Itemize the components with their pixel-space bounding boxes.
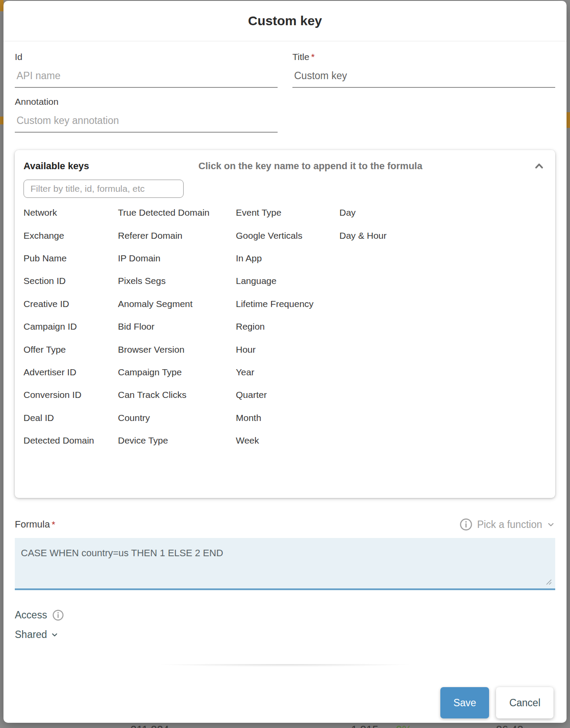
available-key[interactable]: Pixels Segs (118, 270, 236, 292)
available-key[interactable]: Google Verticals (236, 224, 339, 247)
id-input[interactable] (15, 62, 278, 88)
available-key[interactable]: Exchange (23, 224, 118, 247)
available-key[interactable]: Country (118, 407, 236, 429)
available-keys-header: Available keys Click on the key name to … (23, 160, 547, 173)
collapse-panel-button[interactable] (532, 160, 547, 173)
save-button[interactable]: Save (440, 687, 489, 718)
dialog-header: Custom key (3, 1, 567, 41)
available-key[interactable]: IP Domain (118, 247, 236, 270)
available-key[interactable]: Device Type (118, 429, 236, 452)
available-key[interactable]: Creative ID (23, 293, 118, 315)
available-key[interactable]: Anomaly Segment (118, 293, 236, 315)
required-asterisk: * (311, 52, 315, 62)
available-key[interactable]: Year (236, 361, 339, 384)
available-key[interactable]: Can Track Clicks (118, 384, 236, 406)
available-key[interactable]: Week (236, 429, 339, 452)
access-selected-value: Shared (15, 629, 47, 641)
keys-filter-input[interactable] (23, 180, 184, 198)
available-keys-grid: NetworkExchangePub NameSection IDCreativ… (23, 201, 547, 452)
info-circle-icon[interactable] (459, 518, 473, 531)
available-key[interactable]: Browser Version (118, 338, 236, 361)
available-key[interactable]: Bid Floor (118, 315, 236, 338)
available-key[interactable]: Network (23, 201, 118, 224)
available-key[interactable]: Campaign Type (118, 361, 236, 384)
backdrop-orange-fragment (567, 112, 570, 128)
available-keys-hint: Click on the key name to append it to th… (89, 160, 532, 172)
available-key[interactable]: Detected Domain (23, 429, 118, 452)
available-key[interactable]: Day (339, 201, 547, 224)
backdrop-metric: 311,824 (131, 724, 169, 728)
backdrop-table-row: 311,824 1,815 0% 86.43 (0, 723, 570, 728)
formula-label-group: Formula* (15, 519, 55, 530)
pick-function-dropdown[interactable]: Pick a function (459, 518, 555, 531)
available-key[interactable]: Deal ID (23, 407, 118, 429)
available-key[interactable]: Hour (236, 338, 339, 361)
id-label: Id (15, 52, 278, 62)
keys-column: NetworkExchangePub NameSection IDCreativ… (23, 201, 118, 452)
available-key[interactable]: Conversion ID (23, 384, 118, 406)
available-key[interactable]: Pub Name (23, 247, 118, 270)
id-field-group: Id (15, 52, 278, 88)
info-circle-icon[interactable] (52, 609, 64, 621)
custom-key-dialog: Custom key Id Title* Annotation Availabl… (3, 1, 567, 723)
title-label: Title* (292, 52, 555, 62)
available-key[interactable]: Quarter (236, 384, 339, 406)
annotation-input[interactable] (15, 107, 278, 133)
dialog-footer: Save Cancel (3, 668, 567, 723)
available-key[interactable]: Event Type (236, 201, 339, 224)
available-keys-title: Available keys (23, 160, 89, 172)
backdrop-metric: 1,815 (351, 724, 379, 728)
keys-column: Event TypeGoogle VerticalsIn AppLanguage… (236, 201, 339, 452)
backdrop-orange-fragment (0, 0, 3, 11)
access-select[interactable]: Shared (15, 629, 555, 641)
title-input[interactable] (292, 62, 555, 88)
backdrop-metric: 0% (396, 724, 412, 728)
title-field-group: Title* (292, 52, 555, 88)
available-key[interactable]: Advertiser ID (23, 361, 118, 384)
dialog-title: Custom key (248, 13, 322, 28)
available-key[interactable]: Referer Domain (118, 224, 236, 247)
available-key[interactable]: Campaign ID (23, 315, 118, 338)
chevron-down-icon (50, 631, 59, 639)
backdrop-metric: 86.43 (496, 724, 523, 728)
required-asterisk: * (52, 519, 55, 530)
pick-function-label: Pick a function (477, 519, 542, 531)
access-row: Access (15, 609, 555, 621)
formula-editor: CASE WHEN country=us THEN 1 ELSE 2 END (15, 538, 555, 590)
backdrop-orange-fragment (0, 117, 3, 124)
top-fields: Id Title* Annotation (15, 52, 555, 133)
chevron-up-icon (533, 160, 545, 172)
available-key[interactable]: Language (236, 270, 339, 292)
dialog-body: Id Title* Annotation Available keys Clic… (3, 41, 567, 641)
annotation-field-group: Annotation (15, 97, 278, 133)
available-key[interactable]: In App (236, 247, 339, 270)
available-key[interactable]: Lifetime Frequency (236, 293, 339, 315)
available-keys-panel: Available keys Click on the key name to … (15, 150, 555, 498)
available-key[interactable]: Month (236, 407, 339, 429)
available-key[interactable]: Day & Hour (339, 224, 547, 247)
keys-column: True Detected DomainReferer DomainIP Dom… (118, 201, 236, 452)
keys-column: DayDay & Hour (339, 201, 547, 452)
formula-header-row: Formula* Pick a function (15, 518, 555, 531)
available-key[interactable]: Section ID (23, 270, 118, 292)
access-label: Access (15, 609, 47, 621)
annotation-label: Annotation (15, 97, 278, 107)
formula-label: Formula (15, 519, 50, 530)
available-key[interactable]: Region (236, 315, 339, 338)
footer-scroll-shadow (105, 664, 465, 668)
chevron-down-icon (547, 520, 555, 529)
formula-textarea[interactable]: CASE WHEN country=us THEN 1 ELSE 2 END (15, 538, 555, 590)
title-label-text: Title (292, 52, 309, 62)
available-key[interactable]: Offer Type (23, 338, 118, 361)
cancel-button[interactable]: Cancel (496, 687, 553, 718)
available-key[interactable]: True Detected Domain (118, 201, 236, 224)
